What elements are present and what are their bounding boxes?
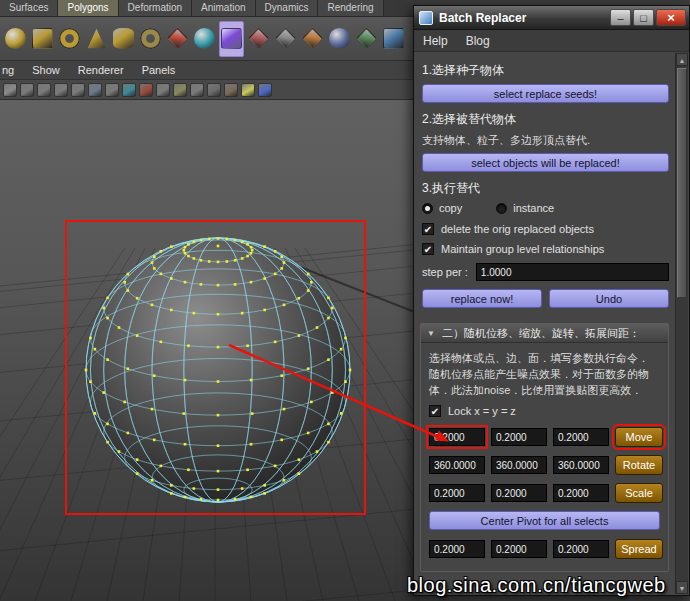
poly-cone-icon[interactable] <box>84 21 109 57</box>
spread-x-input[interactable] <box>429 540 485 558</box>
snap-grid-icon[interactable] <box>20 83 34 97</box>
viewport-icon-bar <box>0 80 420 100</box>
dialog-content: 1.选择种子物体 select replace seeds! 2.选择被替代物体… <box>414 52 675 595</box>
construction-icon[interactable] <box>105 83 119 97</box>
scale-row: Scale <box>429 483 660 503</box>
menu-blog[interactable]: Blog <box>466 34 490 48</box>
wireframe-mode-icon[interactable] <box>190 83 204 97</box>
render-view-icon[interactable] <box>122 83 136 97</box>
move-button[interactable]: Move <box>615 427 663 447</box>
scroll-down-icon[interactable]: ▼ <box>676 581 688 594</box>
shelf-tab-dynamics[interactable]: Dynamics <box>256 0 319 16</box>
scrollbar-thumb[interactable] <box>677 68 687 298</box>
checkbox-checked-icon[interactable]: ✔ <box>422 223 434 235</box>
shelf-tab-polygons[interactable]: Polygons <box>58 0 118 16</box>
mirror-geometry-icon[interactable] <box>381 21 406 57</box>
replace-now-button[interactable]: replace now! <box>422 289 542 308</box>
scale-button[interactable]: Scale <box>615 483 663 503</box>
batch-replacer-window: Batch Replacer – □ × Help Blog 1.选择种子物体 … <box>413 5 690 596</box>
scale-z-input[interactable] <box>553 484 609 502</box>
poly-cube-highlight-icon[interactable] <box>219 21 244 57</box>
undo-button[interactable]: Undo <box>549 289 669 308</box>
select-seeds-button[interactable]: select replace seeds! <box>422 84 669 103</box>
close-button[interactable]: × <box>656 9 686 26</box>
rotate-x-input[interactable] <box>429 456 485 474</box>
random-description-line3: 体．此法加noise．比使用置换贴图更高效． <box>429 382 660 398</box>
poly-cube-icon[interactable] <box>30 21 55 57</box>
panel-menu-renderer[interactable]: Renderer <box>78 64 124 76</box>
scale-x-input[interactable] <box>429 484 485 502</box>
shelf-tab-surfaces[interactable]: Surfaces <box>0 0 58 16</box>
dialog-scrollbar[interactable]: ▲ ▼ <box>675 53 688 594</box>
bridge-edge-icon[interactable] <box>354 21 379 57</box>
move-x-input[interactable] <box>429 428 485 446</box>
panel-menu-show[interactable]: Show <box>32 64 60 76</box>
menu-help[interactable]: Help <box>423 34 448 48</box>
rotate-y-input[interactable] <box>491 456 547 474</box>
shelf-tab-animation[interactable]: Animation <box>192 0 255 16</box>
scale-y-input[interactable] <box>491 484 547 502</box>
split-polygon-icon[interactable] <box>246 21 271 57</box>
texture-view-icon[interactable] <box>173 83 187 97</box>
minimize-button[interactable]: – <box>610 9 631 26</box>
panel-menu-ng[interactable]: ng <box>2 64 14 76</box>
poly-cylinder-icon[interactable] <box>111 21 136 57</box>
spread-z-input[interactable] <box>553 540 609 558</box>
radio-instance[interactable]: instance <box>496 202 554 214</box>
random-section-header[interactable]: ▼ 二）随机位移、缩放、旋转、拓展间距： <box>421 324 668 343</box>
panel-menu-panels[interactable]: Panels <box>142 64 176 76</box>
maximize-button[interactable]: □ <box>633 9 654 26</box>
random-description-line1: 选择物体或点、边、面．填写参数执行命令． <box>429 350 660 366</box>
step-per-input[interactable] <box>476 263 669 281</box>
radio-copy[interactable]: copy <box>422 202 462 214</box>
maintain-group-checkbox-row[interactable]: ✔ Maintain group level relationships <box>422 243 669 255</box>
rotate-button[interactable]: Rotate <box>615 455 663 475</box>
lock-xyz-label: Lock x = y = z <box>448 405 516 417</box>
dialog-menubar: Help Blog <box>414 30 689 52</box>
light-mode-icon[interactable] <box>241 83 255 97</box>
snap-curve-icon[interactable] <box>37 83 51 97</box>
lock-xyz-checkbox-row[interactable]: ✔ Lock x = y = z <box>429 405 660 417</box>
select-replaced-button[interactable]: select objects will be replaced! <box>422 153 669 172</box>
snap-point-icon[interactable] <box>54 83 68 97</box>
select-by-object-icon[interactable] <box>3 83 17 97</box>
watermark-text: blog.sina.com.cn/tiancgweb <box>407 574 666 597</box>
move-z-input[interactable] <box>553 428 609 446</box>
smooth-mesh-icon[interactable] <box>192 21 217 57</box>
history-icon[interactable] <box>88 83 102 97</box>
delete-orig-checkbox-row[interactable]: ✔ delete the orig replaced objects <box>422 223 669 235</box>
batch-replacer-app-icon <box>419 11 433 25</box>
maya-window: SurfacesPolygonsDeformationAnimationDyna… <box>0 0 420 601</box>
ipr-render-icon[interactable] <box>139 83 153 97</box>
radio-instance-dot-icon <box>496 203 507 214</box>
scroll-up-icon[interactable]: ▲ <box>676 53 688 66</box>
cut-faces-icon[interactable] <box>273 21 298 57</box>
render-settings-icon[interactable] <box>156 83 170 97</box>
poly-sphere-icon[interactable] <box>3 21 28 57</box>
collapse-arrow-icon[interactable]: ▼ <box>427 329 435 338</box>
shelf-tab-rendering[interactable]: Rendering <box>318 0 383 16</box>
combine-tool-icon[interactable] <box>165 21 190 57</box>
extrude-face-icon[interactable] <box>300 21 325 57</box>
poly-helix-icon[interactable] <box>138 21 163 57</box>
move-y-input[interactable] <box>491 428 547 446</box>
step1-heading: 1.选择种子物体 <box>422 62 669 79</box>
merge-vertex-icon[interactable] <box>327 21 352 57</box>
checkbox-checked-icon[interactable]: ✔ <box>422 243 434 255</box>
spread-y-input[interactable] <box>491 540 547 558</box>
spread-button[interactable]: Spread <box>615 539 663 559</box>
center-pivot-button[interactable]: Center Pivot for all selects <box>429 511 660 530</box>
poly-torus-icon[interactable] <box>57 21 82 57</box>
screenshot-root: SurfacesPolygonsDeformationAnimationDyna… <box>0 0 690 601</box>
dialog-titlebar[interactable]: Batch Replacer – □ × <box>414 6 689 30</box>
radio-copy-label: copy <box>439 202 462 214</box>
camera-icon[interactable] <box>258 83 272 97</box>
shelf-tab-deformation[interactable]: Deformation <box>119 0 192 16</box>
panel-menu-bar: ngShowRendererPanels <box>0 61 420 80</box>
textured-mode-icon[interactable] <box>224 83 238 97</box>
shaded-mode-icon[interactable] <box>207 83 221 97</box>
checkbox-checked-icon[interactable]: ✔ <box>429 405 441 417</box>
viewport[interactable] <box>0 100 420 601</box>
rotate-z-input[interactable] <box>553 456 609 474</box>
snap-plane-icon[interactable] <box>71 83 85 97</box>
